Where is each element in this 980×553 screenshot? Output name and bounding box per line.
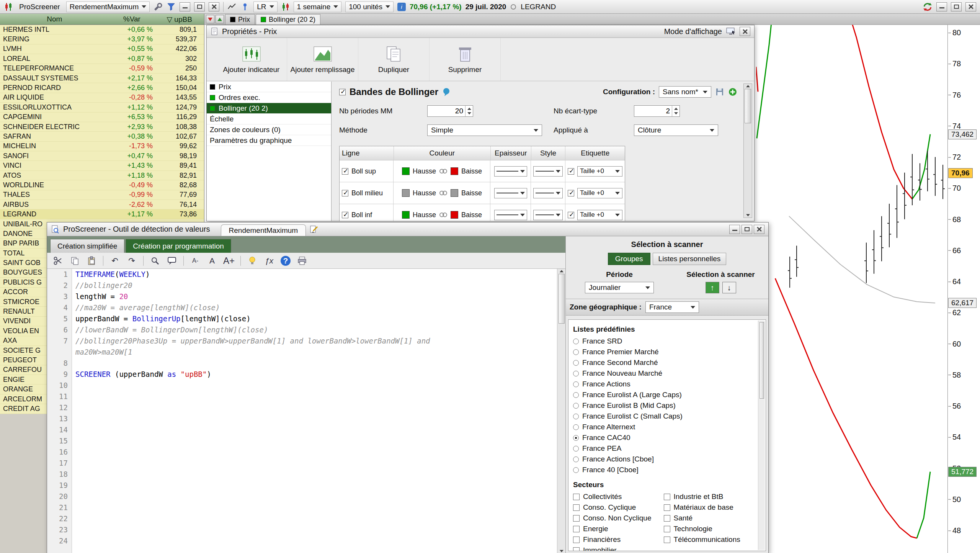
proscreener-titlebar[interactable]: ProScreener - Outil de détection de vale… — [47, 223, 768, 236]
code-line[interactable]: 3lengthW = 20 — [47, 291, 557, 302]
code-line[interactable]: 21 — [47, 502, 557, 513]
code-line[interactable]: 9SCREENER (upperBandW as "upBB") — [47, 369, 557, 380]
move-down-button[interactable]: ↓ — [722, 282, 736, 293]
personal-lists-button[interactable]: Listes personnelles — [653, 253, 727, 265]
window-minimize-button[interactable] — [729, 225, 740, 234]
predefined-list-option[interactable]: France SRD — [573, 336, 754, 347]
print-icon[interactable] — [297, 255, 307, 266]
dialog-close-button[interactable] — [740, 27, 750, 36]
sector-option[interactable]: Conso. Non Cyclique — [573, 513, 664, 524]
code-line[interactable]: 22 — [47, 513, 557, 524]
zone-select[interactable]: France — [645, 301, 699, 313]
comment-icon[interactable] — [167, 255, 177, 266]
anchor-pin-icon[interactable] — [240, 2, 250, 11]
screener-select[interactable]: RendementMaximum — [66, 2, 150, 12]
scroll-down-icon[interactable] — [746, 214, 750, 216]
code-line[interactable]: 4//ma20W = average[lengthW](close) — [47, 302, 557, 313]
code-line[interactable]: 18 — [47, 469, 557, 480]
table-row[interactable]: HERMES INTL+0,66 %809,1 — [0, 25, 204, 34]
predefined-list-option[interactable]: France PEA — [573, 443, 754, 454]
table-row[interactable]: ESSILORLUXOTTICA+1,12 %124,79 — [0, 103, 204, 112]
down-color-swatch[interactable] — [451, 167, 458, 175]
sector-option[interactable]: Collectivités — [573, 491, 664, 502]
list-scrollbar[interactable] — [758, 321, 765, 550]
method-select[interactable]: Simple — [427, 124, 542, 136]
copy-icon[interactable] — [69, 255, 80, 266]
paste-icon[interactable] — [86, 255, 97, 266]
scroll-down-icon[interactable] — [560, 550, 564, 552]
style-select[interactable] — [533, 188, 563, 198]
lightbulb-icon[interactable] — [247, 255, 258, 266]
font-smaller-icon[interactable]: A- — [190, 255, 201, 266]
table-row[interactable]: CAPGEMINI+6,53 %116,29 — [0, 113, 204, 122]
table-row[interactable]: VINCI+1,43 %89,41 — [0, 161, 204, 170]
code-line[interactable]: 12 — [47, 402, 557, 413]
code-line[interactable]: 11 — [47, 391, 557, 402]
code-line[interactable]: 5upperBandW = BollingerUp[lengthW](close… — [47, 313, 557, 324]
app-maximize-button[interactable] — [951, 2, 962, 11]
code-line[interactable]: 23 — [47, 524, 557, 535]
units-select[interactable]: 100 unités — [345, 2, 394, 12]
add-indicator-button[interactable]: Ajouter indicateur — [216, 38, 287, 81]
window-close-button[interactable] — [754, 225, 764, 234]
label-enabled-checkbox[interactable] — [568, 190, 574, 196]
label-enabled-checkbox[interactable] — [568, 212, 574, 218]
panel-minimize-button[interactable] — [180, 2, 190, 11]
label-enabled-checkbox[interactable] — [568, 168, 574, 175]
sector-option[interactable]: Energie — [573, 524, 664, 534]
sector-option[interactable]: Santé — [664, 513, 755, 524]
predefined-list-option[interactable]: France Actions — [573, 379, 754, 389]
period-select[interactable]: Journalier — [585, 282, 654, 293]
tree-item[interactable]: Ordres exec. — [207, 92, 331, 103]
font-larger-icon[interactable]: A+ — [224, 255, 234, 266]
table-row[interactable]: AIRBUS-2,62 %76,14 — [0, 200, 204, 209]
help-icon[interactable]: ? — [281, 256, 291, 266]
app-close-button[interactable] — [965, 2, 976, 11]
predefined-list-option[interactable]: France Nouveau Marché — [573, 368, 754, 379]
table-row[interactable]: LVMH+0,55 %422,06 — [0, 44, 204, 54]
add-fill-button[interactable]: Ajouter remplissage — [287, 38, 358, 81]
periods-stepper[interactable] — [427, 105, 473, 117]
up-color-swatch[interactable] — [402, 167, 410, 175]
app-minimize-button[interactable] — [936, 2, 947, 11]
groups-button[interactable]: Groupes — [608, 253, 650, 265]
chart-layer-tab[interactable]: Bollinger (20 2) — [256, 14, 320, 25]
code-line[interactable]: 10 — [47, 380, 557, 391]
column-header-upbb[interactable]: ▽ upBB — [155, 15, 204, 24]
code-line[interactable]: 7//bollinger20Phase3Up = upperBandW>uppe… — [47, 335, 557, 347]
price-chart[interactable] — [756, 25, 947, 553]
tree-item[interactable]: Zones de couleurs (0) — [207, 124, 331, 135]
tree-item[interactable]: Échelle — [207, 114, 331, 124]
screener-tab[interactable]: RendementMaximum — [221, 224, 306, 236]
code-line[interactable]: 13 — [47, 413, 557, 424]
column-header-name[interactable]: Nom — [0, 15, 109, 23]
code-line[interactable]: 20 — [47, 491, 557, 502]
price-up-icon[interactable] — [216, 15, 224, 23]
proscreener-button[interactable]: ProScreener — [17, 2, 62, 12]
wrench-icon[interactable] — [154, 2, 163, 11]
deviation-stepper[interactable] — [634, 105, 680, 117]
table-row[interactable]: SANOFI+0,47 %98,19 — [0, 151, 204, 161]
deviation-input[interactable] — [634, 106, 672, 116]
predefined-list-option[interactable]: France CAC40 — [573, 432, 754, 443]
panel-close-button[interactable] — [209, 2, 219, 11]
scrollbar-thumb[interactable] — [745, 89, 751, 123]
code-line[interactable]: 16 — [47, 447, 557, 458]
line-enabled-checkbox[interactable] — [342, 168, 348, 175]
font-normal-icon[interactable]: A — [207, 255, 217, 266]
code-editor[interactable]: 1TIMEFRAME(WEEKLY)2//bollinger203lengthW… — [47, 269, 565, 553]
tree-item[interactable]: Bollinger (20 2) — [207, 103, 331, 114]
sector-option[interactable]: Télécommunications — [664, 534, 755, 545]
lr-select[interactable]: LR — [253, 2, 277, 12]
code-line[interactable]: ma20W>ma20W[1 — [47, 347, 557, 358]
link-colors-icon[interactable] — [439, 168, 448, 174]
thickness-select[interactable] — [494, 188, 527, 198]
column-header-var[interactable]: %Var — [109, 15, 155, 23]
table-row[interactable]: LEGRAND+1,17 %73,86 — [0, 209, 204, 219]
editor-scrollbar[interactable] — [557, 269, 565, 553]
configuration-select[interactable]: Sans nom* — [659, 86, 711, 98]
indicator-enabled-checkbox[interactable] — [339, 89, 346, 95]
edit-screener-icon[interactable] — [310, 225, 318, 234]
link-colors-icon[interactable] — [439, 190, 448, 196]
add-config-icon[interactable] — [728, 87, 737, 97]
